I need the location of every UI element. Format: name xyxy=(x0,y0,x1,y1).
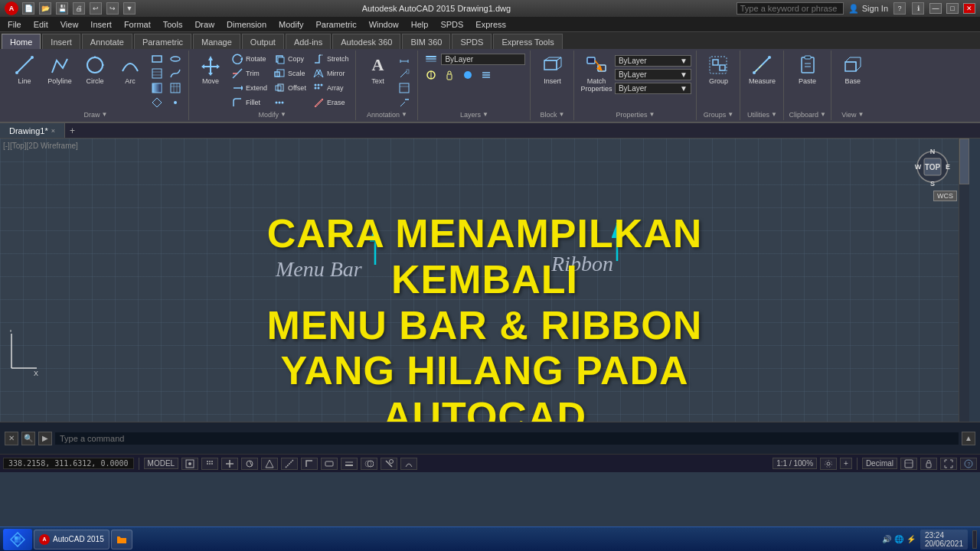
base-button[interactable]: Base xyxy=(836,52,870,87)
print-icon[interactable]: 🖨 xyxy=(73,2,85,15)
tab-bim360[interactable]: BIM 360 xyxy=(402,34,450,49)
props-group-arrow[interactable]: ▼ xyxy=(648,111,655,118)
tab-spds[interactable]: SPDS xyxy=(452,34,492,49)
array-button[interactable]: Array xyxy=(310,81,351,95)
fillet-button[interactable]: Fillet xyxy=(229,96,270,109)
menu-spds[interactable]: SPDS xyxy=(434,17,469,31)
minimize-button[interactable]: — xyxy=(929,3,942,14)
ducs-button[interactable] xyxy=(301,458,318,470)
maximize-button[interactable]: □ xyxy=(946,3,959,14)
group-button[interactable]: Group xyxy=(701,52,735,87)
qa-dropdown-icon[interactable]: ▼ xyxy=(123,2,136,15)
settings-button[interactable] xyxy=(820,458,837,470)
drawing-area[interactable]: [-][Top][2D Wireframe] N E S W TOP WCS xyxy=(0,139,969,422)
trim-button[interactable]: Trim xyxy=(229,67,270,80)
cmd-close-icon[interactable]: ✕ xyxy=(5,432,18,445)
menu-dimension[interactable]: Dimension xyxy=(220,17,273,31)
qs-button[interactable] xyxy=(381,458,397,470)
lock-button[interactable] xyxy=(920,458,937,470)
menu-help[interactable]: Help xyxy=(405,17,435,31)
cmd-run-icon[interactable]: ▶ xyxy=(38,432,52,445)
layer-dropdown[interactable]: ByLayer xyxy=(441,54,525,65)
lineweight-dropdown[interactable]: ByLayer ▼ xyxy=(615,83,691,94)
menu-draw[interactable]: Draw xyxy=(188,17,220,31)
tab-a360[interactable]: Autodesk 360 xyxy=(332,34,400,49)
tab-annotate[interactable]: Annotate xyxy=(82,34,132,49)
transp-button[interactable] xyxy=(361,458,377,470)
info-icon[interactable]: ℹ xyxy=(912,2,924,15)
leader-button[interactable] xyxy=(396,67,413,80)
mleader-button[interactable] xyxy=(396,96,413,109)
linetype-dropdown[interactable]: ByLayer ▼ xyxy=(615,69,691,80)
text-button[interactable]: A Text xyxy=(361,52,394,87)
menu-tools[interactable]: Tools xyxy=(157,17,189,31)
add-scale-button[interactable]: + xyxy=(840,458,852,469)
layer-freeze-button[interactable] xyxy=(423,68,439,82)
menu-view[interactable]: View xyxy=(54,17,85,31)
menu-modify[interactable]: Modify xyxy=(273,17,309,31)
signin-label[interactable]: Sign In xyxy=(862,4,888,13)
sel-cycling-button[interactable] xyxy=(400,458,417,470)
copy-button[interactable]: Copy xyxy=(271,52,309,66)
model-tab-button[interactable]: MODEL xyxy=(144,458,179,469)
scale-button[interactable]: Scale xyxy=(271,67,309,80)
fullscreen-button[interactable] xyxy=(940,458,957,470)
draw-extra2-2[interactable] xyxy=(167,67,184,80)
menu-insert[interactable]: Insert xyxy=(84,17,118,31)
annotation-scale-button[interactable]: 1:1 / 100% xyxy=(773,458,817,469)
menu-format[interactable]: Format xyxy=(118,17,157,31)
rotate-button[interactable]: Rotate xyxy=(229,52,270,66)
osnap-button[interactable] xyxy=(261,458,278,470)
close-button[interactable]: ✕ xyxy=(963,3,975,14)
help-icon[interactable]: ? xyxy=(893,2,906,15)
wcs-button[interactable]: WCS xyxy=(933,191,957,201)
groups-group-arrow[interactable]: ▼ xyxy=(727,111,733,118)
help-status-button[interactable]: ? xyxy=(960,458,977,470)
hatch-button[interactable] xyxy=(149,67,165,80)
tab-insert[interactable]: Insert xyxy=(42,34,80,49)
anno-group-arrow[interactable]: ▼ xyxy=(401,111,407,118)
layer-lock-button[interactable] xyxy=(441,68,458,82)
more-modify-button[interactable] xyxy=(271,96,309,109)
erase-button[interactable]: Erase xyxy=(310,96,351,109)
add-tab-button[interactable]: + xyxy=(65,126,80,136)
menu-file[interactable]: File xyxy=(2,17,28,31)
table-btn[interactable] xyxy=(396,81,413,95)
measure-button[interactable]: Measure xyxy=(745,52,779,87)
arc-button[interactable]: Arc xyxy=(113,52,147,87)
right-scrollbar[interactable] xyxy=(959,139,969,422)
tab-expresstools[interactable]: Express Tools xyxy=(493,34,562,49)
layer-extra-button[interactable] xyxy=(478,68,495,82)
draw-extra2-3[interactable] xyxy=(167,81,184,95)
draw-extra2-1[interactable] xyxy=(167,52,184,66)
gradient-button[interactable] xyxy=(149,81,165,95)
drawing-tab-active[interactable]: Drawing1* × xyxy=(0,123,65,138)
utils-group-arrow[interactable]: ▼ xyxy=(771,111,777,118)
mirror-button[interactable]: Mirror xyxy=(310,67,351,80)
view-group-arrow[interactable]: ▼ xyxy=(858,111,864,118)
color-dropdown[interactable]: ByLayer ▼ xyxy=(615,55,691,67)
cmd-expand-icon[interactable]: ▲ xyxy=(962,432,975,445)
match-properties-button[interactable]: MatchProperties xyxy=(580,52,613,95)
dimlinear-button[interactable] xyxy=(396,52,413,66)
polyline-button[interactable]: Polyline xyxy=(43,52,77,87)
offset-button[interactable]: Offset xyxy=(271,81,309,95)
workspace-button[interactable] xyxy=(900,458,917,470)
paste-button[interactable]: Paste xyxy=(791,52,825,87)
clip-group-arrow[interactable]: ▼ xyxy=(820,111,826,118)
undo-icon[interactable]: ↩ xyxy=(90,2,102,15)
show-desktop-button[interactable] xyxy=(972,530,977,549)
insert-block-button[interactable]: Insert xyxy=(535,52,569,87)
otrack-button[interactable] xyxy=(281,458,298,470)
grid-button[interactable] xyxy=(201,458,218,470)
menu-window[interactable]: Window xyxy=(363,17,405,31)
draw-extra2-4[interactable] xyxy=(167,96,184,109)
command-input[interactable] xyxy=(55,432,959,445)
menu-parametric[interactable]: Parametric xyxy=(309,17,362,31)
redo-icon[interactable]: ↪ xyxy=(106,2,119,15)
region-button[interactable] xyxy=(149,96,165,109)
menu-edit[interactable]: Edit xyxy=(28,17,54,31)
cmd-search-icon[interactable]: 🔍 xyxy=(21,432,35,445)
circle-button[interactable]: Circle xyxy=(78,52,112,87)
tab-parametric[interactable]: Parametric xyxy=(134,34,191,49)
